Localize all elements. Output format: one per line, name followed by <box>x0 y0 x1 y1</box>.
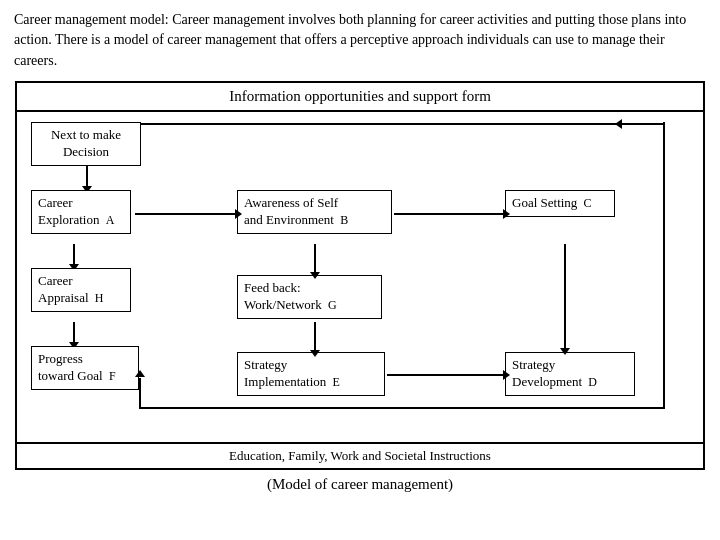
box-career-appraisal: Career Appraisal H <box>31 268 131 312</box>
arrow-next-to-exploration <box>82 166 92 193</box>
arrow-awareness-to-feedback <box>310 244 320 279</box>
arrow-exploration-to-appraisal <box>69 244 79 271</box>
intro-paragraph: Career management model: Career manageme… <box>14 10 706 71</box>
bottom-loop-line <box>139 407 665 409</box>
arrow-appraisal-to-progress <box>69 322 79 349</box>
box-goal-setting: Goal Setting C <box>505 190 615 217</box>
diagram-footer: Education, Family, Work and Societal Ins… <box>17 442 703 468</box>
top-loop-line <box>141 123 663 125</box>
bottom-right-line <box>663 397 665 409</box>
arrow-goal-to-stratdev <box>560 244 570 355</box>
diagram-container: Information opportunities and support fo… <box>15 81 705 470</box>
arrow-awareness-to-goal <box>394 209 510 219</box>
box-next-decision: Next to make Decision <box>31 122 141 166</box>
page: Career management model: Career manageme… <box>0 0 720 540</box>
diagram-caption: (Model of career management) <box>14 476 706 493</box>
arrow-loop-to-goal <box>615 119 622 129</box>
diagram-title: Information opportunities and support fo… <box>17 83 703 112</box>
box-strategy-impl: Strategy Implementation E <box>237 352 385 396</box>
box-awareness: Awareness of Self and Environment B <box>237 190 392 234</box>
box-feedback: Feed back: Work/Network G <box>237 275 382 319</box>
right-border-line <box>663 122 665 402</box>
arrow-loop-to-progress <box>135 370 145 377</box>
arrow-feedback-to-stratimpl <box>310 322 320 357</box>
arrow-stratimpl-to-stratdev <box>387 370 510 380</box>
box-strategy-dev: Strategy Development D <box>505 352 635 396</box>
box-career-exploration: Career Exploration A <box>31 190 131 234</box>
box-progress-goal: Progress toward Goal F <box>31 346 139 390</box>
bottom-left-line <box>139 378 141 409</box>
diagram-inner: Next to make Decision Career Exploration… <box>17 112 703 442</box>
arrow-exploration-to-awareness <box>135 209 242 219</box>
